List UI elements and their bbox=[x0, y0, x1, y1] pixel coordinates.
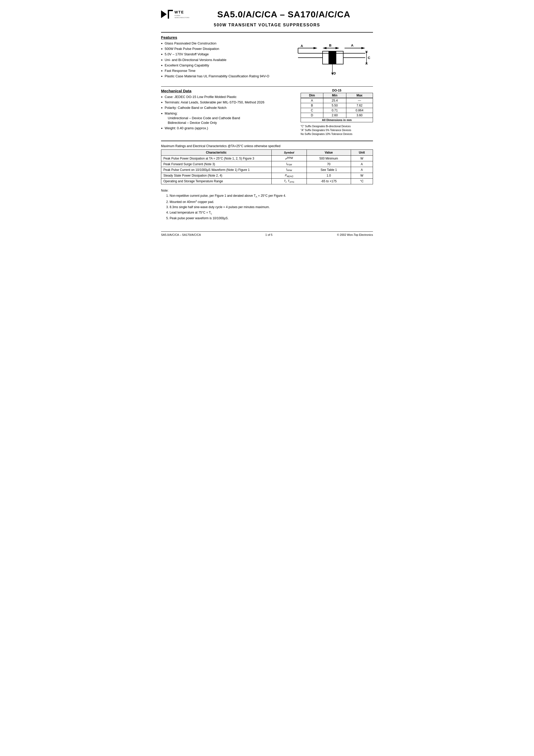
section-divider-1 bbox=[161, 86, 373, 87]
svg-marker-9 bbox=[313, 47, 317, 49]
suffix-note-2: "A" Suffix Designates 5% Tolerance Devic… bbox=[301, 128, 373, 132]
max-c: 0.864 bbox=[346, 108, 373, 113]
svg-text:C: C bbox=[368, 56, 370, 60]
col-header-dim: Dim bbox=[301, 93, 323, 98]
char-3: Peak Pulse Current on 10/1000µS Waveform… bbox=[161, 167, 272, 173]
col-value: Value bbox=[307, 150, 351, 156]
col-characteristic: Characteristic bbox=[161, 150, 272, 156]
table-row: D 2.60 3.60 bbox=[301, 113, 373, 118]
list-item: 5.0V – 170V Standoff Voltage bbox=[161, 52, 285, 57]
main-title: SA5.0/A/C/CA – SA170/A/C/CA bbox=[195, 9, 373, 19]
sym-3: IPPM bbox=[271, 167, 307, 173]
val-4: 1.0 bbox=[307, 173, 351, 178]
svg-rect-19 bbox=[329, 51, 336, 64]
list-item: Case: JEDEC DO-15 Low Profile Molded Pla… bbox=[161, 94, 295, 99]
unit-2: A bbox=[351, 161, 373, 167]
features-section: Features Glass Passivated Die Constructi… bbox=[161, 35, 373, 82]
list-item: Weight: 0.40 grams (approx.) bbox=[161, 126, 295, 131]
char-1: Peak Pulse Power Dissipation at TA = 25°… bbox=[161, 156, 272, 161]
diode-diagram: A B A D bbox=[293, 35, 370, 82]
dim-b: B bbox=[301, 103, 323, 108]
svg-marker-29 bbox=[365, 63, 367, 64]
features-title: Features bbox=[161, 35, 285, 40]
list-item: Plastic Case Material has UL Flammabilit… bbox=[161, 74, 285, 79]
note-2: 2. Mounted on 40mm2 copper pad. bbox=[166, 199, 373, 204]
svg-text:A: A bbox=[351, 43, 354, 47]
svg-text:WTE: WTE bbox=[174, 10, 184, 14]
page-footer: SA5.0/A/C/CA – SA170/A/C/CA 1 of 5 © 200… bbox=[161, 231, 373, 236]
min-b: 5.50 bbox=[323, 103, 346, 108]
table-row: Peak Pulse Current on 10/1000µS Waveform… bbox=[161, 167, 373, 173]
max-ratings-title: Maximum Ratings and Electrical Character… bbox=[161, 144, 373, 148]
list-item: Fast Response Time bbox=[161, 68, 285, 73]
list-item: Glass Passivated Die Construction bbox=[161, 41, 285, 46]
list-item: Polarity: Cathode Band or Cathode Notch bbox=[161, 105, 295, 110]
table-row: Peak Pulse Power Dissipation at TA = 25°… bbox=[161, 156, 373, 161]
unit-4: W bbox=[351, 173, 373, 178]
col-header-min: Min bbox=[323, 93, 346, 98]
characteristics-table: Characteristic Symbol Value Unit Peak Pu… bbox=[161, 149, 373, 184]
sym-4: PM(AV) bbox=[271, 173, 307, 178]
footer-left: SA5.0/A/C/CA – SA170/A/C/CA bbox=[161, 233, 201, 236]
svg-rect-1 bbox=[168, 10, 169, 19]
table-row: C 0.71 0.864 bbox=[301, 108, 373, 113]
svg-text:D: D bbox=[334, 71, 336, 75]
table-row-footer: All Dimensions in mm bbox=[301, 118, 373, 122]
footer-right: © 2002 Won-Top Electronics bbox=[337, 233, 373, 236]
unit-1: W bbox=[351, 156, 373, 161]
svg-marker-0 bbox=[161, 10, 167, 18]
svg-text:A: A bbox=[301, 44, 303, 48]
section-divider-2 bbox=[161, 141, 373, 141]
svg-text:B: B bbox=[329, 43, 331, 47]
table-row: Steady State Power Dissipation (Note 2, … bbox=[161, 173, 373, 178]
table-row: A 25.4 — bbox=[301, 98, 373, 103]
svg-marker-11 bbox=[323, 47, 327, 49]
svg-marker-16 bbox=[361, 47, 365, 49]
max-d: 3.60 bbox=[346, 113, 373, 118]
suffix-note-1: "C" Suffix Designates Bi-directional Dev… bbox=[301, 124, 373, 128]
val-3: See Table 1 bbox=[307, 167, 351, 173]
char-2: Peak Forward Surge Current (Note 3) bbox=[161, 161, 272, 167]
page-header: WTE POWER SEMICONDUCTORS SA5.0/A/C/CA – … bbox=[161, 8, 373, 21]
diagram-area: A B A D bbox=[290, 35, 373, 82]
note-3: 3. 8.3ms single half sine-wave duty cycl… bbox=[166, 204, 373, 210]
dim-d: D bbox=[301, 113, 323, 118]
min-d: 2.60 bbox=[323, 113, 346, 118]
table-row: Peak Forward Surge Current (Note 3) IFSM… bbox=[161, 161, 373, 167]
all-dimensions: All Dimensions in mm bbox=[301, 118, 373, 122]
sym-1: PPPM bbox=[271, 156, 307, 161]
mechanical-title: Mechanical Data bbox=[161, 89, 295, 93]
max-b: 7.62 bbox=[346, 103, 373, 108]
svg-marker-28 bbox=[365, 51, 367, 53]
svg-marker-13 bbox=[335, 47, 339, 49]
mechanical-section: Mechanical Data Case: JEDEC DO-15 Low Pr… bbox=[161, 89, 373, 136]
list-item: 500W Peak Pulse Power Dissipation bbox=[161, 46, 285, 51]
note-1: 1. Non-repetitive current pulse, per Fig… bbox=[166, 193, 373, 199]
do15-title: DO-15 bbox=[301, 89, 373, 92]
sym-2: IFSM bbox=[271, 161, 307, 167]
col-header-max: Max bbox=[346, 93, 373, 98]
suffix-note-3: No Suffix Designates 10% Tolerance Devic… bbox=[301, 132, 373, 136]
val-5: -65 to +175 bbox=[307, 178, 351, 184]
notes-label: Note: bbox=[161, 189, 169, 192]
list-item: Terminals: Axial Leads, Solderable per M… bbox=[161, 100, 295, 105]
subtitle: 500W TRANSIENT VOLTAGE SUPPRESSORS bbox=[161, 23, 373, 27]
sym-5: Ti, TSTG bbox=[271, 178, 307, 184]
unit-5: °C bbox=[351, 178, 373, 184]
table-row: Operating and Storage Temperature Range … bbox=[161, 178, 373, 184]
features-list: Glass Passivated Die Construction 500W P… bbox=[161, 41, 285, 79]
svg-marker-23 bbox=[331, 73, 334, 75]
do15-table: Dim Min Max A 25.4 — B 5.50 7.62 C bbox=[301, 93, 373, 122]
logo-area: WTE POWER SEMICONDUCTORS bbox=[161, 8, 195, 21]
table-row: B 5.50 7.62 bbox=[301, 103, 373, 108]
list-item: Excellent Clamping Capability bbox=[161, 63, 285, 68]
header-divider bbox=[161, 32, 373, 33]
svg-rect-2 bbox=[168, 10, 173, 11]
note-5: 5. Peak pulse power waveform is 10/1000µ… bbox=[166, 216, 373, 221]
footer-center: 1 of 5 bbox=[265, 233, 273, 236]
char-4: Steady State Power Dissipation (Note 2, … bbox=[161, 173, 272, 178]
mechanical-list: Case: JEDEC DO-15 Low Profile Molded Pla… bbox=[161, 94, 295, 131]
val-1: 500 Minimum bbox=[307, 156, 351, 161]
list-item: Marking: Unidirectional – Device Code an… bbox=[161, 111, 295, 125]
suffix-notes: "C" Suffix Designates Bi-directional Dev… bbox=[301, 124, 373, 136]
